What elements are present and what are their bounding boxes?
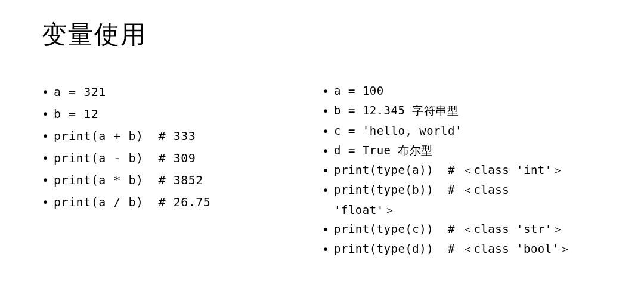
code-line: print(type(b)) # ＜class (322, 180, 602, 200)
left-list: a = 321 b = 12 print(a + b) # 333 print(… (42, 81, 292, 213)
code-line: print(a - b) # 309 (42, 147, 292, 169)
code-line: b = 12.345 字符串型 (322, 101, 602, 120)
code-line: b = 12 (42, 103, 292, 125)
right-column: a = 100 b = 12.345 字符串型 c = 'hello, worl… (322, 81, 602, 259)
content-columns: a = 321 b = 12 print(a + b) # 333 print(… (42, 81, 602, 259)
right-list-continued: print(type(c)) # ＜class 'str'＞ print(typ… (322, 219, 602, 259)
right-list: a = 100 b = 12.345 字符串型 c = 'hello, worl… (322, 81, 602, 200)
left-column: a = 321 b = 12 print(a + b) # 333 print(… (42, 81, 292, 259)
slide-title: 变量使用 (42, 18, 602, 51)
code-line: print(type(d)) # ＜class 'bool'＞ (322, 239, 602, 259)
code-line: print(a / b) # 26.75 (42, 191, 292, 213)
code-line: c = 'hello, world' (322, 121, 602, 141)
code-line: print(a + b) # 333 (42, 125, 292, 147)
code-line: print(type(a)) # ＜class 'int'＞ (322, 160, 602, 180)
code-line: print(a * b) # 3852 (42, 169, 292, 191)
code-line-continuation: 'float'＞ (322, 200, 602, 219)
code-line: print(type(c)) # ＜class 'str'＞ (322, 219, 602, 239)
code-line: a = 100 (322, 81, 602, 101)
code-line: d = True 布尔型 (322, 141, 602, 160)
code-line: a = 321 (42, 81, 292, 103)
